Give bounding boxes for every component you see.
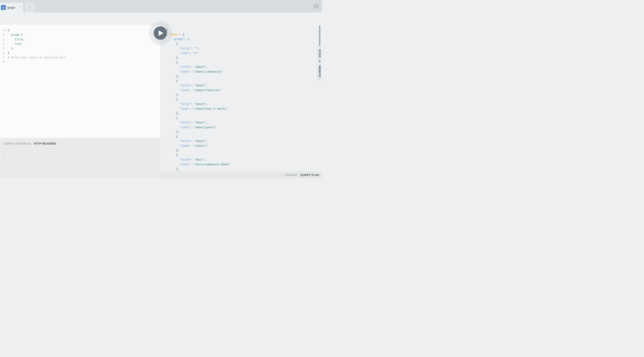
response-line: "title": "About", [160,102,322,107]
code-token: "title" [179,84,191,87]
response-line: }, [160,130,322,134]
variables-line-number: 1 [4,153,5,157]
fold-arrow-icon[interactable]: ▼ [5,28,6,33]
code-token [166,70,179,73]
code-token [166,38,173,41]
code-token: # Write your query or mutation here [8,56,66,59]
response-line: }, [160,148,322,153]
code-token: "About" [194,121,206,124]
code-text: link [8,42,21,46]
code-token: "/docs/component-model" [193,163,231,166]
code-token: "link" [179,89,190,92]
new-tab-button[interactable]: + [25,3,34,13]
code-token: : [190,107,193,110]
response-line: }, [160,111,322,116]
code-token: , [206,102,208,106]
code-text: { [8,28,10,33]
plus-icon: + [28,5,31,11]
response-line: { [160,116,322,121]
response-line: "link": "/about/features" [160,88,322,93]
tracing-tab[interactable]: TRACING [284,173,298,177]
code-token: "/about/how-it-works" [193,107,228,110]
code-token [166,121,179,124]
response-line: "title": "", [160,46,322,51]
response-line: ▼ "data": { [160,32,322,37]
response-line: { [160,153,322,158]
side-tab-docs[interactable]: DOCS [318,46,322,60]
code-token: : [190,89,193,92]
code-token: : [ [184,38,190,41]
response-line: "link": "/about/how-it-works" [160,107,322,111]
code-token: : [191,47,194,50]
tab-close-icon[interactable]: × [19,3,21,13]
code-token: : [191,102,194,106]
schema-tab-label: SCHEMA [318,65,321,77]
settings-gear-icon[interactable] [314,3,319,9]
response-line: { [160,60,322,65]
response-line: { [160,134,322,139]
code-token: }, [166,56,179,59]
line-number: 4 [0,42,4,46]
code-token: "link" [179,107,190,110]
line-number: 5 [0,46,4,51]
code-token [166,163,179,166]
code-token: : { [179,33,184,36]
code-token: : [190,126,193,129]
footer-bar: TRACING QUERY PLAN [160,171,322,179]
response-line: "title": "About", [160,120,322,125]
code-text: graph { [8,33,23,37]
toolbar: PRETTIFY HISTORY COPY CURL [0,13,322,25]
code-token: { [166,98,178,101]
code-token: "" [194,47,198,50]
code-token: "title" [179,65,191,69]
side-tab-schema[interactable]: SCHEMA [318,63,322,80]
code-token: }, [166,130,179,133]
code-token [166,102,179,106]
line-number: 8 [0,60,4,64]
tab-bar: Q graph × + [0,0,322,13]
code-token: "title" [179,139,191,143]
code-token: , [206,65,208,69]
code-token: , [206,84,208,87]
variables-panel-tabs: QUERY VARIABLES HTTP HEADERS [4,142,56,145]
code-token: "/" [193,52,198,55]
play-button[interactable] [154,27,167,40]
code-token: : [190,52,193,55]
code-line: 5 } [0,46,160,51]
code-token [166,158,179,161]
query-plan-tab[interactable]: QUERY PLAN [300,173,319,177]
code-token: "link" [179,126,190,129]
code-token: , [198,47,199,50]
response-line: "title": "Docs", [160,157,322,162]
tab-query-variables[interactable]: QUERY VARIABLES [4,142,31,145]
code-line: 7# Write your query or mutation here [0,55,160,60]
code-token [166,52,179,55]
code-token: "title" [179,47,191,50]
line-number: 3 [0,37,4,42]
code-token: { [166,153,178,157]
code-token: "Docs" [194,158,204,161]
code-token: "title" [179,102,191,106]
response-line: "link": "/about/" [160,144,322,148]
code-line: 8 [0,60,160,64]
code-token: : [190,163,193,166]
query-tab[interactable]: Q graph × [0,3,23,13]
query-type-badge: Q [1,5,6,10]
code-token: "/about/community" [193,70,223,73]
code-token: "data" [170,33,180,36]
code-token [166,89,179,92]
tab-http-headers[interactable]: HTTP HEADERS [34,142,56,145]
code-token: }, [166,75,179,78]
code-token: }, [166,112,179,115]
response-pane[interactable]: ▼{▼ "data": {▼ "graph": [ { "title": "",… [160,25,322,179]
code-token [166,65,179,69]
response-line: { [160,97,322,102]
code-token: "link" [179,163,190,166]
code-token: }, [166,149,179,152]
code-token: }, [166,93,179,96]
code-token: } [8,51,10,55]
code-token: graph [11,33,20,36]
code-token [166,47,179,50]
code-line: 3 title, [0,37,160,42]
query-editor[interactable]: 1▼{2 graph {3 title,4 link5 }6}7# Write … [0,25,160,138]
